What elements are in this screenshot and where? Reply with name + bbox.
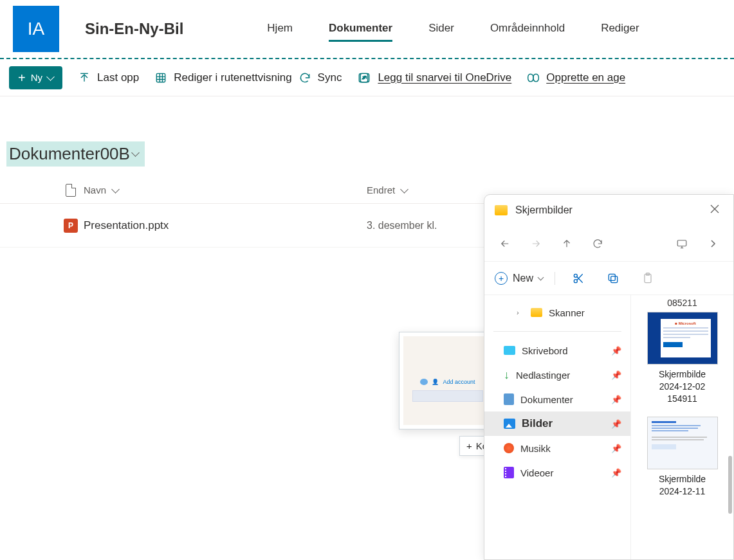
drag-ghost-label: Add account: [443, 379, 475, 385]
explorer-titlebar: Skjermbilder: [484, 195, 733, 226]
explorer-new-label: New: [513, 273, 533, 284]
copy-icon: [607, 272, 619, 285]
create-agent-button[interactable]: Opprette en age: [527, 71, 625, 84]
upload-label: Last opp: [97, 71, 139, 84]
add-shortcut-button[interactable]: Legg til snarvei til OneDrive: [357, 71, 511, 84]
sync-icon: [298, 71, 311, 84]
nav-pages[interactable]: Sider: [428, 17, 454, 42]
nav-refresh-button[interactable]: [582, 231, 613, 257]
pictures-icon: [504, 419, 515, 429]
tree-label: Skrivebord: [522, 345, 568, 356]
arrow-left-icon: [499, 238, 511, 249]
nav-home[interactable]: Hjem: [267, 17, 293, 42]
arrow-up-icon: [561, 238, 573, 249]
chevron-down-icon: [538, 274, 544, 280]
svg-point-4: [574, 279, 577, 282]
tree-item-bilder[interactable]: Bilder 📌: [484, 411, 630, 436]
file-icon-cell: P: [58, 219, 84, 233]
new-button[interactable]: + Ny: [9, 66, 62, 89]
explorer-content: 085211 ■ Microsoft Skjermbilde 2024-12-0…: [631, 295, 733, 559]
tree-label: Dokumenter: [520, 394, 573, 405]
tree-label: Videoer: [520, 467, 553, 478]
tree-item-nedlastinger[interactable]: ↓ Nedlastinger 📌: [484, 363, 630, 387]
thumbnail-caption: Skjermbilde 2024-12-02 154911: [641, 368, 724, 405]
paste-button[interactable]: [636, 267, 659, 290]
refresh-icon: [592, 238, 603, 249]
tree-item-musikk[interactable]: Musikk 📌: [484, 436, 630, 460]
scrollbar[interactable]: [728, 456, 732, 514]
explorer-new-button[interactable]: + New: [495, 272, 555, 285]
tree-item-videoer[interactable]: Videoer 📌: [484, 460, 630, 485]
chevron-right-icon: ›: [517, 309, 524, 316]
thumbnail-caption: Skjermbilde 2024-12-11: [641, 473, 724, 498]
library-title[interactable]: Dokumenter 00B: [6, 141, 145, 167]
site-header: IA Sin-En-Ny-Bil Hjem Dokumenter Sider O…: [0, 0, 734, 58]
thumbnail-item[interactable]: Skjermbilde 2024-12-11: [641, 417, 724, 498]
create-agent-label: Opprette en age: [546, 71, 625, 84]
close-button[interactable]: [706, 201, 723, 220]
site-title[interactable]: Sin-En-Ny-Bil: [85, 20, 183, 38]
svg-rect-6: [611, 276, 618, 282]
nav-documents[interactable]: Dokumenter: [329, 17, 392, 42]
nav-up-button[interactable]: [551, 231, 582, 257]
copy-button[interactable]: [601, 267, 625, 290]
nav-pc-button[interactable]: [666, 231, 697, 257]
chevron-down-icon: [46, 73, 55, 81]
close-icon: [710, 204, 719, 213]
column-type-header[interactable]: [58, 184, 84, 197]
explorer-body: › Skanner Skrivebord 📌 ↓ Nedlastinger 📌 …: [484, 295, 733, 559]
pin-icon: 📌: [611, 370, 621, 380]
tree-item-dokumenter[interactable]: Dokumenter 📌: [484, 387, 630, 411]
upload-icon: [78, 71, 91, 84]
tree-item-skrivebord[interactable]: Skrivebord 📌: [484, 338, 630, 363]
edit-grid-button[interactable]: Rediger i rutenettvisning: [154, 71, 291, 84]
site-logo[interactable]: IA: [13, 6, 59, 52]
explorer-title: Skjermbilder: [515, 204, 699, 216]
library-title-prefix: Dokumenter: [9, 144, 100, 164]
nav-edit[interactable]: Rediger: [601, 17, 639, 42]
svg-rect-3: [677, 240, 686, 246]
column-name-label: Navn: [84, 185, 106, 195]
powerpoint-icon: P: [64, 219, 78, 233]
pin-icon: 📌: [611, 395, 621, 404]
file-type-icon: [66, 184, 76, 197]
thumbnail-image: ■ Microsoft: [647, 312, 718, 365]
cut-button[interactable]: [567, 267, 590, 290]
new-button-label: Ny: [31, 72, 42, 83]
library-title-suffix: 00B: [100, 144, 130, 164]
nav-breadcrumb-more[interactable]: [697, 231, 728, 257]
library-title-section: Dokumenter 00B: [0, 96, 734, 177]
file-explorer-window: Skjermbilder + New: [484, 194, 734, 560]
explorer-navbar: [484, 226, 733, 262]
add-shortcut-label: Legg til snarvei til OneDrive: [378, 71, 511, 84]
grid-icon: [154, 71, 167, 84]
nav-forward-button[interactable]: [520, 231, 551, 257]
chevron-down-icon: [400, 185, 408, 194]
tree-item-skanner[interactable]: › Skanner: [484, 300, 630, 325]
thumbnail-caption-partial: 085211: [636, 298, 728, 308]
drag-preview: 👤 Add account: [399, 332, 497, 429]
tree-label: Skanner: [549, 307, 585, 318]
nav-site-contents[interactable]: Områdeinnhold: [490, 17, 565, 42]
copilot-icon: [527, 71, 540, 84]
upload-button[interactable]: Last opp: [78, 71, 139, 84]
music-icon: [504, 443, 514, 453]
pin-icon: 📌: [611, 419, 621, 429]
column-modified-header[interactable]: Endret: [367, 185, 470, 195]
sync-button[interactable]: Sync: [298, 71, 342, 84]
scissors-icon: [572, 272, 585, 285]
monitor-icon: [676, 238, 688, 249]
nav-back-button[interactable]: [490, 231, 520, 257]
pin-icon: 📌: [611, 444, 621, 453]
command-bar: + Ny Last opp Rediger i rutenettvisning …: [0, 59, 734, 96]
thumbnail-item[interactable]: ■ Microsoft Skjermbilde 2024-12-02 15491…: [641, 312, 724, 405]
column-name-header[interactable]: Navn: [84, 185, 367, 195]
tree-separator: [493, 331, 621, 332]
svg-rect-7: [609, 274, 615, 280]
svg-rect-0: [157, 73, 165, 82]
chevron-right-icon: [710, 239, 716, 248]
plus-circle-icon: +: [495, 272, 508, 285]
explorer-tree: › Skanner Skrivebord 📌 ↓ Nedlastinger 📌 …: [484, 295, 631, 559]
thumbnail-image: [647, 417, 718, 469]
file-name[interactable]: Presentation.pptx: [84, 219, 367, 232]
